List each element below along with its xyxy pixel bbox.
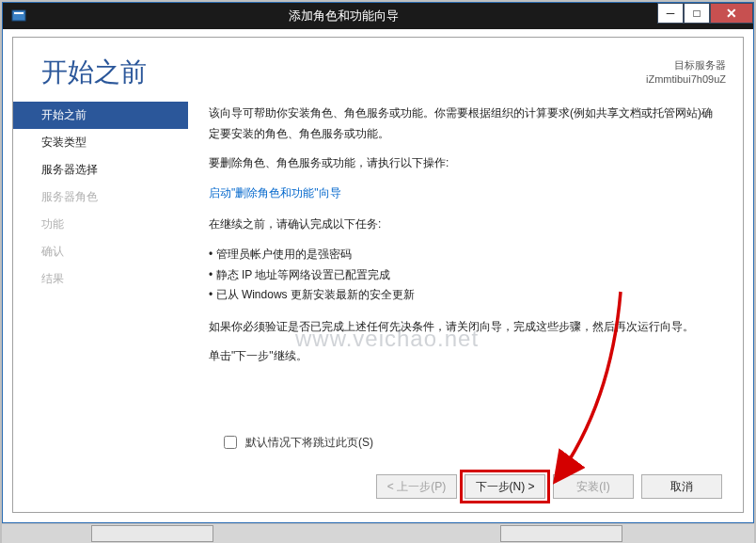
wizard-header: 开始之前 目标服务器 iZmmtibui7h09uZ	[13, 38, 743, 98]
close-button[interactable]: ✕	[710, 3, 753, 24]
tasks-intro: 在继续之前，请确认完成以下任务:	[209, 215, 715, 235]
target-server-info: 目标服务器 iZmmtibui7h09uZ	[646, 58, 726, 88]
skip-label: 默认情况下将跳过此页(S)	[245, 435, 373, 451]
remove-roles-link[interactable]: 启动"删除角色和功能"向导	[209, 186, 341, 200]
wizard-window: 添加角色和功能向导 ─ □ ✕ 开始之前 目标服务器 iZmmtibui7h09…	[2, 2, 754, 523]
nav-before-you-begin[interactable]: 开始之前	[13, 102, 188, 129]
window-title: 添加角色和功能向导	[29, 8, 657, 24]
minimize-button[interactable]: ─	[657, 3, 684, 24]
taskbar-fragment	[2, 524, 754, 543]
titlebar: 添加角色和功能向导 ─ □ ✕	[3, 3, 753, 29]
continue-note: 单击"下一步"继续。	[209, 346, 715, 367]
wizard-content: 该向导可帮助你安装角色、角色服务或功能。你需要根据组织的计算要求(例如共享文档或…	[188, 98, 743, 437]
skip-checkbox[interactable]	[224, 436, 237, 449]
wizard-nav: 开始之前 安装类型 服务器选择 服务器角色 功能 确认 结果	[13, 98, 188, 437]
list-item: 静态 IP 地址等网络设置已配置完成	[209, 265, 715, 286]
nav-confirmation: 确认	[13, 238, 188, 265]
cancel-button[interactable]: 取消	[641, 474, 722, 499]
install-button: 安装(I)	[553, 474, 634, 499]
window-controls: ─ □ ✕	[657, 3, 753, 24]
target-server-name: iZmmtibui7h09uZ	[646, 72, 726, 87]
svg-rect-0	[12, 10, 25, 21]
nav-server-selection[interactable]: 服务器选择	[13, 156, 188, 184]
intro-text: 该向导可帮助你安装角色、角色服务或功能。你需要根据组织的计算要求(例如共享文档或…	[209, 104, 715, 144]
skip-checkbox-row[interactable]: 默认情况下将跳过此页(S)	[220, 433, 726, 452]
nav-server-roles: 服务器角色	[13, 184, 188, 211]
remove-prompt: 要删除角色、角色服务或功能，请执行以下操作:	[209, 153, 715, 174]
target-server-label: 目标服务器	[646, 58, 726, 72]
svg-rect-1	[14, 12, 24, 14]
button-row: < 上一步(P) 下一步(N) > 安装(I) 取消	[220, 474, 726, 499]
wizard-footer: 默认情况下将跳过此页(S) < 上一步(P) 下一步(N) > 安装(I) 取消	[13, 427, 743, 512]
maximize-button[interactable]: □	[684, 3, 710, 24]
nav-features: 功能	[13, 211, 188, 238]
nav-installation-type[interactable]: 安装类型	[13, 129, 188, 156]
prerequisite-list: 管理员帐户使用的是强密码 静态 IP 地址等网络设置已配置完成 已从 Windo…	[209, 245, 715, 306]
verify-note: 如果你必须验证是否已完成上述任何先决条件，请关闭向导，完成这些步骤，然后再次运行…	[209, 317, 715, 338]
list-item: 已从 Windows 更新安装最新的安全更新	[209, 285, 715, 306]
list-item: 管理员帐户使用的是强密码	[209, 245, 715, 265]
previous-button: < 上一步(P)	[376, 474, 457, 499]
nav-results: 结果	[13, 265, 188, 293]
page-title: 开始之前	[41, 55, 147, 90]
app-icon	[8, 6, 29, 26]
next-button[interactable]: 下一步(N) >	[465, 474, 545, 499]
wizard-client: 开始之前 目标服务器 iZmmtibui7h09uZ 开始之前 安装类型 服务器…	[12, 37, 744, 513]
wizard-body: 开始之前 安装类型 服务器选择 服务器角色 功能 确认 结果 该向导可帮助你安装…	[13, 98, 743, 437]
